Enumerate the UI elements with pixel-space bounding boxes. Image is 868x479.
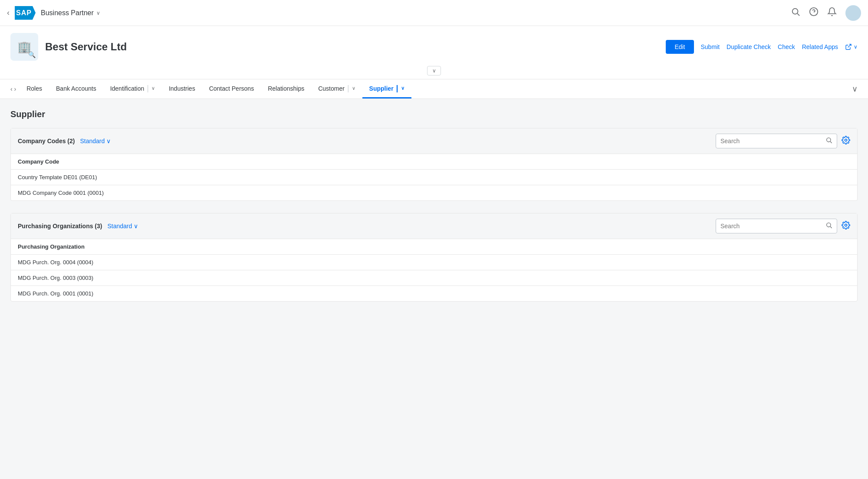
tab-contact-persons-label: Contact Persons: [209, 85, 254, 92]
svg-point-7: [845, 139, 847, 141]
purchasing-org-row-0: MDG Purch. Org. 0004 (0004): [11, 255, 176, 270]
purchasing-orgs-view-chevron-icon: ∨: [134, 223, 138, 230]
help-icon[interactable]: [809, 7, 819, 19]
purchasing-orgs-table-header: Purchasing Organizations (3) Standard ∨: [11, 213, 857, 239]
tab-scroll-left-button[interactable]: ‹ ›: [7, 79, 20, 98]
svg-point-5: [827, 138, 831, 142]
company-codes-title: Company Codes (2): [18, 138, 75, 144]
header-top: 🏢 🔍 Best Service Ltd Edit Submit Duplica…: [10, 33, 858, 61]
tab-supplier-separator: |: [396, 84, 398, 93]
table-row[interactable]: MDG Purch. Org. 0001 (0001): [11, 286, 857, 302]
chevron-down-icon: ∨: [854, 44, 858, 50]
edit-button[interactable]: Edit: [666, 40, 694, 54]
sap-logo-text: SAP: [16, 9, 32, 17]
company-codes-table-header: Company Codes (2) Standard ∨: [11, 128, 857, 154]
collapse-button-container: ∨: [10, 66, 858, 75]
table-row[interactable]: Country Template DE01 (DE01): [11, 170, 857, 185]
purchasing-orgs-col-header: Purchasing Organization: [11, 239, 176, 255]
app-title-chevron-icon[interactable]: ∨: [96, 10, 100, 16]
company-icon: 🏢 🔍: [10, 33, 38, 61]
top-navigation: ‹ SAP Business Partner ∨: [0, 0, 868, 26]
tab-customer-chevron-icon[interactable]: ∨: [352, 85, 355, 91]
tab-industries-label: Industries: [169, 85, 195, 92]
svg-point-8: [827, 223, 831, 227]
company-codes-view-chevron-icon: ∨: [106, 138, 111, 144]
tab-supplier-chevron-icon[interactable]: ∨: [401, 85, 404, 91]
purchasing-orgs-view-label: Standard: [107, 223, 132, 230]
company-codes-settings-icon[interactable]: [842, 136, 850, 147]
company-codes-view-label: Standard: [80, 138, 105, 144]
tab-more-button[interactable]: ∨: [848, 84, 861, 94]
svg-point-10: [845, 224, 847, 226]
tab-customer[interactable]: Customer | ∨: [311, 79, 362, 98]
purchasing-org-row-1: MDG Purch. Org. 0003 (0003): [11, 270, 176, 286]
app-title-text: Business Partner: [41, 9, 94, 17]
page-header: 🏢 🔍 Best Service Ltd Edit Submit Duplica…: [0, 26, 868, 79]
magnify-icon: 🔍: [28, 51, 36, 58]
tab-bank-accounts[interactable]: Bank Accounts: [49, 79, 103, 98]
purchasing-orgs-search-box[interactable]: [716, 219, 837, 233]
tab-roles-label: Roles: [26, 85, 42, 92]
section-title: Supplier: [10, 109, 858, 119]
company-codes-view-button[interactable]: Standard ∨: [80, 138, 111, 144]
purchasing-orgs-table: Purchasing Organization MDG Purch. Org. …: [11, 239, 857, 301]
table-row[interactable]: MDG Company Code 0001 (0001): [11, 185, 857, 201]
notification-icon[interactable]: [827, 7, 837, 19]
tab-relationships[interactable]: Relationships: [261, 79, 311, 98]
sap-logo: SAP: [15, 6, 36, 20]
company-code-row-1: MDG Company Code 0001 (0001): [11, 185, 176, 201]
check-button[interactable]: Check: [778, 43, 795, 50]
tab-customer-separator: |: [347, 84, 349, 93]
collapse-header-button[interactable]: ∨: [427, 66, 441, 75]
tab-contact-persons[interactable]: Contact Persons: [202, 79, 261, 98]
search-nav-icon[interactable]: [791, 7, 800, 19]
company-name: Best Service Ltd: [45, 41, 666, 53]
tab-supplier[interactable]: Supplier | ∨: [362, 79, 411, 98]
tab-identification-chevron-icon[interactable]: ∨: [151, 85, 155, 91]
svg-line-9: [830, 226, 832, 228]
purchasing-orgs-title: Purchasing Organizations (3): [18, 223, 102, 230]
table-row[interactable]: MDG Purch. Org. 0003 (0003): [11, 270, 857, 286]
company-codes-col-extra: [176, 154, 857, 170]
share-button[interactable]: ∨: [845, 43, 858, 50]
purchasing-orgs-col-extra: [176, 239, 857, 255]
purchasing-orgs-view-button[interactable]: Standard ∨: [107, 223, 138, 230]
nav-icon-group: [791, 5, 861, 21]
submit-button[interactable]: Submit: [701, 43, 720, 50]
company-codes-col-header: Company Code: [11, 154, 176, 170]
table-row[interactable]: MDG Purch. Org. 0004 (0004): [11, 255, 857, 270]
tab-supplier-label: Supplier: [369, 85, 394, 92]
related-apps-button[interactable]: Related Apps: [802, 43, 838, 50]
company-codes-search-box[interactable]: [716, 134, 837, 148]
company-code-row-0: Country Template DE01 (DE01): [11, 170, 176, 185]
purchasing-orgs-search-icon: [825, 222, 832, 230]
svg-line-6: [830, 141, 832, 143]
tab-bar: ‹ › Roles Bank Accounts Identification |…: [0, 79, 868, 99]
tab-customer-label: Customer: [318, 85, 345, 92]
tab-roles[interactable]: Roles: [20, 79, 49, 98]
user-avatar[interactable]: [845, 5, 861, 21]
purchasing-org-row-2: MDG Purch. Org. 0001 (0001): [11, 286, 176, 302]
tab-identification-label: Identification: [110, 85, 145, 92]
company-codes-section: Company Codes (2) Standard ∨: [10, 128, 858, 201]
main-content: Supplier Company Codes (2) Standard ∨: [0, 99, 868, 324]
tab-industries[interactable]: Industries: [162, 79, 202, 98]
sap-logo-box: SAP: [15, 6, 36, 20]
purchasing-orgs-settings-icon[interactable]: [842, 221, 850, 232]
purchasing-orgs-search-input[interactable]: [720, 223, 822, 230]
svg-line-4: [848, 44, 851, 47]
app-title: Business Partner ∨: [41, 9, 100, 17]
back-button[interactable]: ‹: [7, 8, 10, 17]
tab-identification[interactable]: Identification | ∨: [103, 79, 162, 98]
collapse-chevron-icon: ∨: [432, 68, 436, 74]
tab-identification-separator: |: [147, 84, 149, 93]
tab-relationships-label: Relationships: [268, 85, 304, 92]
company-codes-table: Company Code Country Template DE01 (DE01…: [11, 154, 857, 200]
company-codes-search-icon: [825, 137, 832, 145]
company-codes-search-input[interactable]: [720, 138, 822, 144]
svg-point-0: [792, 9, 798, 14]
svg-line-1: [797, 13, 799, 16]
header-actions: Edit Submit Duplicate Check Check Relate…: [666, 40, 858, 54]
duplicate-check-button[interactable]: Duplicate Check: [727, 43, 771, 50]
tab-bank-accounts-label: Bank Accounts: [56, 85, 96, 92]
